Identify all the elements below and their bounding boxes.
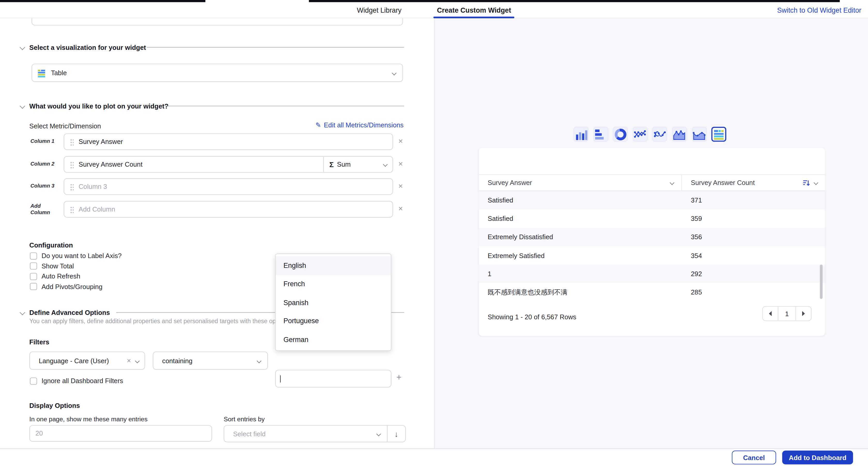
header-survey-answer[interactable]: Survey Answer xyxy=(479,175,682,190)
sort-direction-button[interactable]: ↓ xyxy=(387,425,406,442)
drag-handle-icon[interactable] xyxy=(70,161,74,168)
column3-field[interactable]: Column 3 xyxy=(64,178,393,195)
entries-per-page-value[interactable] xyxy=(30,426,212,441)
display-options-title: Display Options xyxy=(29,402,80,410)
tab-create-custom-widget[interactable]: Create Custom Widget xyxy=(434,2,515,18)
widget-name-input-partial[interactable] xyxy=(32,18,403,26)
checkbox-row-add-pivots: Add Pivots/Grouping xyxy=(30,283,102,290)
sort-field-select[interactable]: Select field xyxy=(224,425,388,442)
bar-chart-icon[interactable] xyxy=(593,127,608,142)
spline-chart-glyph xyxy=(653,128,666,141)
dropdown-option-german[interactable]: German xyxy=(276,331,391,349)
checkbox[interactable] xyxy=(30,283,37,290)
drag-handle-icon[interactable] xyxy=(70,183,74,190)
chevron-down-icon xyxy=(257,358,261,363)
smooth-area-chart-icon[interactable] xyxy=(692,127,707,142)
previous-page-button[interactable] xyxy=(763,307,778,320)
visualization-section-title: Select a visualization for your widget xyxy=(29,44,146,52)
dropdown-option-portuguese[interactable]: Portuguese xyxy=(276,312,391,331)
cell-count: 356 xyxy=(682,233,825,241)
sigma-icon: Σ xyxy=(330,160,334,168)
donut-chart-icon[interactable] xyxy=(613,127,628,142)
checkbox[interactable] xyxy=(30,262,37,270)
browser-chrome-strip xyxy=(0,0,206,2)
entries-per-page-input[interactable] xyxy=(29,425,212,442)
checkbox[interactable] xyxy=(30,377,37,384)
checkbox[interactable] xyxy=(30,252,37,259)
filter-operator-select[interactable]: containing xyxy=(153,351,268,370)
filter-operator-value: containing xyxy=(162,357,192,365)
remove-column3-button[interactable]: ✕ xyxy=(398,183,403,189)
clear-filter-icon[interactable]: ✕ xyxy=(127,358,131,363)
checkbox[interactable] xyxy=(30,273,37,280)
arrow-down-icon: ↓ xyxy=(395,429,398,438)
drag-handle-icon[interactable] xyxy=(70,206,74,213)
cell-answer: Satisfied xyxy=(479,196,682,204)
aggregation-select[interactable]: Σ Sum xyxy=(323,157,393,172)
chevron-down-icon[interactable] xyxy=(813,180,818,185)
checkbox-label: Do you want to Label Axis? xyxy=(41,252,122,259)
remove-add-column-button[interactable]: ✕ xyxy=(398,206,403,212)
cell-count: 359 xyxy=(682,215,825,222)
add-filter-button[interactable]: + xyxy=(396,372,401,382)
chevron-down-icon[interactable] xyxy=(20,45,25,50)
chevron-down-icon[interactable] xyxy=(670,180,674,185)
switch-to-old-editor-link[interactable]: Switch to Old Widget Editor xyxy=(777,2,861,18)
filters-title: Filters xyxy=(29,338,49,346)
cell-count: 285 xyxy=(682,288,825,296)
preview-table-card: Survey Answer Survey Answer Count Satisf xyxy=(479,148,825,336)
dropdown-option-spanish[interactable]: Spanish xyxy=(276,293,391,312)
bar-chart-glyph xyxy=(594,128,607,141)
sort-label: Sort entries by xyxy=(224,416,265,422)
cell-answer: Extremely Satisfied xyxy=(479,252,682,259)
tab-widget-library[interactable]: Widget Library xyxy=(354,2,405,18)
column-chart-glyph xyxy=(574,128,587,141)
header-survey-answer-count[interactable]: Survey Answer Count xyxy=(682,175,825,190)
next-page-button[interactable] xyxy=(796,307,811,320)
text-cursor xyxy=(280,375,281,382)
triangle-right-icon xyxy=(801,310,806,317)
add-column-field[interactable]: Add Column xyxy=(64,201,393,218)
widget-preview-panel: Survey Answer Survey Answer Count Satisf xyxy=(435,18,868,448)
language-dropdown-menu: English French Spanish Portuguese German xyxy=(275,253,392,351)
sort-descending-icon[interactable] xyxy=(803,179,810,186)
chevron-down-icon[interactable] xyxy=(20,103,25,109)
remove-column1-button[interactable]: ✕ xyxy=(398,138,403,145)
table-scrollbar[interactable] xyxy=(820,265,823,299)
configuration-title: Configuration xyxy=(29,241,73,249)
table-chart-icon-selected[interactable] xyxy=(711,127,726,142)
edit-all-metrics-link[interactable]: ✎ Edit all Metrics/Dimensions xyxy=(315,121,404,129)
area-chart-icon[interactable] xyxy=(672,127,687,142)
filter-field-select[interactable]: Language - Care (User) ✕ xyxy=(29,351,145,370)
entries-label: In one page, show me these many entries xyxy=(29,416,148,422)
drag-handle-icon[interactable] xyxy=(70,138,74,146)
chevron-down-icon xyxy=(392,70,397,75)
column2-metric[interactable]: Survey Answer Count xyxy=(64,157,323,172)
column1-field[interactable]: Survey Answer xyxy=(64,133,393,150)
remove-column2-button[interactable]: ✕ xyxy=(398,161,403,167)
spline-chart-icon[interactable] xyxy=(652,127,667,142)
cancel-button[interactable]: Cancel xyxy=(732,451,776,464)
edit-link-label: Edit all Metrics/Dimensions xyxy=(324,121,404,129)
column-header-label: Survey Answer xyxy=(488,179,532,187)
checkbox-label: Show Total xyxy=(41,262,74,270)
section-divider xyxy=(165,106,404,106)
chevron-down-icon[interactable] xyxy=(20,310,25,315)
visualization-type-select[interactable]: Table xyxy=(32,64,403,82)
dropdown-option-french[interactable]: French xyxy=(276,275,391,293)
chart-type-selector xyxy=(574,127,726,142)
column2-field[interactable]: Survey Answer Count Σ Sum xyxy=(64,156,393,173)
checkbox-row-auto-refresh: Auto Refresh xyxy=(30,272,80,280)
section-divider xyxy=(147,47,404,48)
select-metric-label: Select Metric/Dimension xyxy=(29,122,101,130)
table-row: Satisfied 359 xyxy=(479,210,825,228)
current-page-number: 1 xyxy=(778,307,796,320)
dropdown-option-english[interactable]: English xyxy=(276,256,391,275)
column-chart-icon[interactable] xyxy=(574,127,588,142)
donut-chart-glyph xyxy=(614,128,627,141)
line-chart-icon[interactable] xyxy=(633,127,648,142)
filter-value-input[interactable] xyxy=(275,370,392,387)
add-to-dashboard-button[interactable]: Add to Dashboard xyxy=(782,451,853,464)
editor-tabs: Widget Library Create Custom Widget xyxy=(0,2,868,18)
cell-answer: Satisfied xyxy=(479,215,682,222)
